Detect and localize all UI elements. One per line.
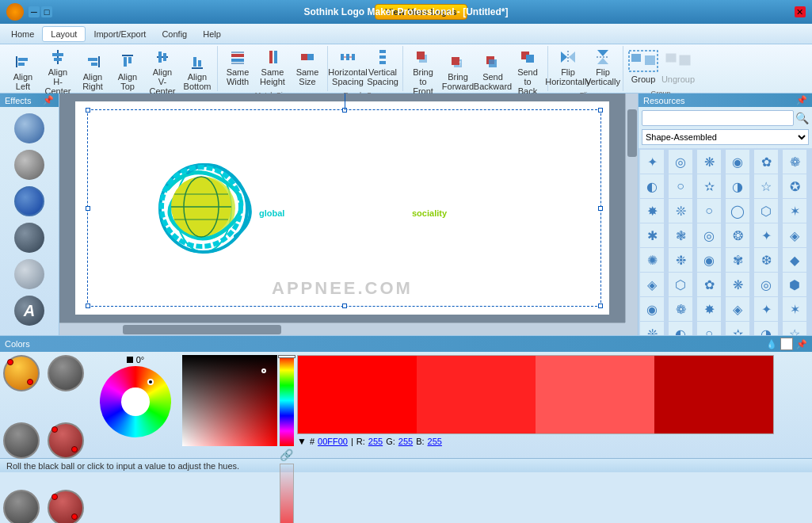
gradient-picker[interactable] [182,355,277,446]
shape-item[interactable]: ❋ [726,273,749,296]
b-value[interactable]: 255 [428,437,442,446]
menu-home[interactable]: Home [3,27,42,41]
shape-item[interactable]: ◈ [783,223,806,247]
bring-forward-button[interactable]: ↑ BringForward [441,46,475,98]
shape-item[interactable]: ◈ [726,297,749,321]
group-button[interactable]: Group [627,46,660,87]
shape-item[interactable]: ◯ [726,199,749,223]
color-preview-box[interactable] [780,338,793,350]
shape-item[interactable]: ○ [697,199,721,223]
color-bar-3[interactable] [536,356,654,433]
shape-item[interactable]: ❊ [669,199,692,223]
shape-item[interactable]: ☆ [783,322,806,335]
align-left-button[interactable]: AlignLeft [6,46,40,98]
same-size-button[interactable]: SameSize [291,46,324,89]
shape-item[interactable]: ⬡ [754,199,778,223]
vertical-spacing-button[interactable]: VerticalSpacing [366,46,399,89]
color-bar-2[interactable] [417,356,536,433]
shape-item[interactable]: ◑ [754,322,778,335]
same-width-button[interactable]: SameWidth [221,46,254,89]
scroll-thumb-horizontal[interactable] [123,325,281,334]
color-wheel[interactable] [100,366,171,437]
shape-item[interactable]: ✫ [697,174,721,198]
hex-value[interactable]: 00FF00 [318,437,348,446]
color-swatch-2[interactable] [48,355,84,391]
send-backward-button[interactable]: SendBackward [476,46,509,98]
r-value[interactable]: 255 [368,437,383,446]
shape-item[interactable]: ◐ [669,322,692,335]
shape-item[interactable]: ☆ [754,174,778,198]
dropdown-arrow[interactable]: ▼ [297,436,307,447]
color-swatch-5[interactable] [3,490,40,523]
shape-item[interactable]: ✶ [783,199,806,223]
shape-item[interactable]: ⬢ [783,273,806,296]
shape-item[interactable]: ○ [669,174,692,198]
flip-horizontal-button[interactable]: FlipHorizontally [551,46,585,89]
link-icon[interactable]: 🔗 [280,449,293,461]
effect-item-4[interactable] [14,223,44,253]
shape-item[interactable]: ◆ [783,248,806,272]
align-vcenter-button[interactable]: AlignV-Center [146,46,179,98]
effect-item-5[interactable] [14,259,44,289]
bring-front-button[interactable]: Bringto Front [406,46,440,98]
shape-item[interactable]: ◎ [669,150,692,174]
shape-item[interactable]: ✸ [697,297,721,321]
hue-slider[interactable] [280,355,294,446]
shape-item[interactable]: ◉ [640,297,664,321]
shape-item[interactable]: ❉ [669,248,692,272]
shape-category-select[interactable]: Shape-Assembled Shape-Basic Shape-Decora… [642,129,809,145]
shape-item[interactable]: ✿ [754,150,778,174]
flip-vertical-button[interactable]: FlipVertically [586,46,619,89]
shape-item[interactable]: ❁ [669,297,692,321]
ungroup-button[interactable]: Ungroup [661,46,695,87]
g-value[interactable]: 255 [398,437,413,446]
shape-item[interactable]: ✿ [697,273,721,296]
shape-item[interactable]: ⬡ [669,273,692,296]
resources-search-input[interactable] [642,110,794,126]
shape-item[interactable]: ❋ [697,150,721,174]
align-right-button[interactable]: AlignRight [76,46,109,98]
shape-item[interactable]: ◐ [640,174,664,198]
maximize-button[interactable]: □ [41,6,52,17]
shape-item[interactable]: ✫ [726,322,749,335]
shape-item[interactable]: ◎ [754,273,778,296]
color-swatch-1[interactable] [3,355,40,391]
canvas-white[interactable]: global sociality APPNEE.COM [75,101,609,315]
shape-item[interactable]: ✾ [726,248,749,272]
shape-item[interactable]: ✦ [640,150,664,174]
effect-item-a[interactable]: A [14,296,44,326]
black-ball[interactable] [127,357,133,363]
shape-item[interactable]: ✦ [754,223,778,247]
menu-config[interactable]: Config [154,27,195,41]
color-bar-4[interactable] [654,356,773,433]
shape-item[interactable]: ✺ [640,248,664,272]
shape-item[interactable]: ◉ [697,248,721,272]
horizontal-spacing-button[interactable]: HorizontalSpacing [331,46,364,89]
color-swatch-3[interactable] [3,422,40,459]
shape-item[interactable]: ❊ [640,322,664,335]
align-top-button[interactable]: AlignTop [111,46,144,98]
shape-item[interactable]: ❂ [726,223,749,247]
shape-item[interactable]: ✶ [783,297,806,321]
shape-item[interactable]: ✪ [783,174,806,198]
shape-item[interactable]: ◉ [726,150,749,174]
align-bottom-button[interactable]: AlignBottom [181,46,214,98]
color-bar-1[interactable] [298,356,417,433]
scroll-thumb-vertical[interactable] [627,109,637,157]
menu-help[interactable]: Help [195,27,229,41]
menu-layout[interactable]: Layout [42,26,86,42]
color-swatch-4[interactable] [48,422,84,459]
eyedropper-icon[interactable]: 💧 [766,339,777,349]
shape-item[interactable]: ✱ [640,223,664,247]
opacity-slider[interactable] [280,464,294,523]
shape-item[interactable]: ✦ [754,297,778,321]
effect-item-1[interactable] [14,113,44,143]
shape-item[interactable]: ◈ [640,273,664,296]
canvas-scrollbar-horizontal[interactable] [59,323,625,335]
shape-item[interactable]: ◎ [697,223,721,247]
canvas-scrollbar-vertical[interactable] [625,94,638,323]
color-wheel-cursor[interactable] [147,379,154,385]
align-hcenter-button[interactable]: AlignH-Center [41,46,74,98]
shape-item[interactable]: ✸ [640,199,664,223]
shape-item[interactable]: ○ [697,322,721,335]
